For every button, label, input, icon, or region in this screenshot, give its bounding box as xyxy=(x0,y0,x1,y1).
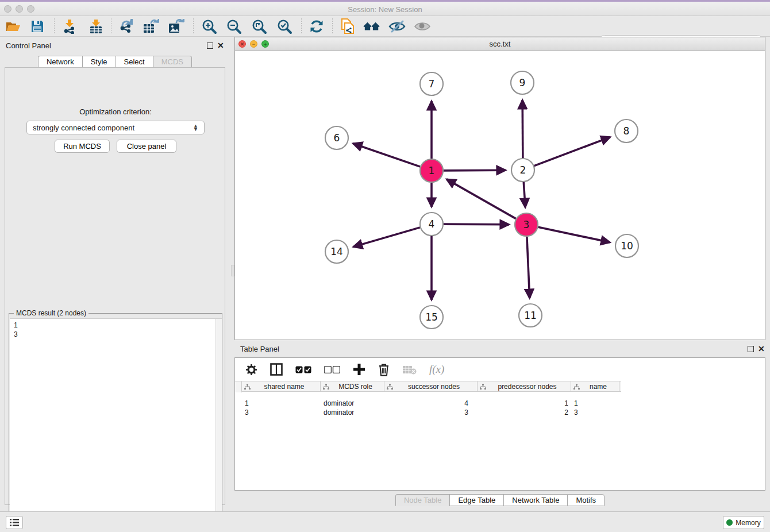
network-node-1[interactable]: 1 xyxy=(420,159,443,182)
hierarchy-icon xyxy=(244,384,251,390)
column-header-name[interactable]: name xyxy=(571,381,619,391)
column-header-MCDS-role[interactable]: MCDS role xyxy=(321,381,384,391)
memory-button[interactable]: Memory xyxy=(723,516,764,529)
tab-node-table[interactable]: Node Table xyxy=(395,494,450,506)
column-header-shared-name[interactable]: shared name xyxy=(242,381,321,391)
svg-text:3: 3 xyxy=(523,219,530,230)
network-node-7[interactable]: 7 xyxy=(420,72,443,95)
function-builder-icon[interactable]: f(x) xyxy=(429,363,444,376)
table-cell[interactable]: 3 xyxy=(242,408,321,418)
export-table-icon[interactable] xyxy=(143,18,160,35)
table-panel: Table Panel ✕ xyxy=(234,342,765,511)
table-cell[interactable]: 1 xyxy=(242,399,321,408)
table-cell[interactable]: 2 xyxy=(478,408,571,418)
network-edge-2-3[interactable] xyxy=(523,182,525,207)
add-column-icon[interactable] xyxy=(353,363,365,376)
network-node-4[interactable]: 4 xyxy=(420,213,443,236)
mcds-result-list: 13 xyxy=(10,318,222,527)
zoom-out-icon[interactable] xyxy=(225,18,242,35)
tab-select[interactable]: Select xyxy=(116,56,153,68)
toolbar-separator xyxy=(193,18,194,34)
network-edge-2-8[interactable] xyxy=(534,137,610,166)
clone-network-icon[interactable] xyxy=(339,18,356,35)
tab-mcds[interactable]: MCDS xyxy=(153,56,192,68)
toolbar-separator xyxy=(111,18,111,34)
table-cell[interactable]: dominator xyxy=(321,399,384,408)
table-cell[interactable]: 4 xyxy=(384,399,478,408)
network-edge-3-11[interactable] xyxy=(527,237,530,298)
table-cell[interactable]: 3 xyxy=(571,408,619,418)
open-session-icon[interactable] xyxy=(5,18,22,35)
columns-icon[interactable] xyxy=(270,363,283,376)
tab-edge-table[interactable]: Edge Table xyxy=(449,494,503,506)
network-edge-1-6[interactable] xyxy=(353,144,420,167)
close-panel-icon[interactable]: ✕ xyxy=(758,344,765,353)
import-network-icon[interactable] xyxy=(61,18,78,35)
column-header-successor-nodes[interactable]: successor nodes xyxy=(384,381,478,391)
network-node-3[interactable]: 3 xyxy=(515,213,538,236)
toolbar-separator xyxy=(54,18,55,34)
table-cell[interactable]: 1 xyxy=(478,399,571,408)
export-network-icon[interactable] xyxy=(118,18,135,35)
table-row[interactable]: 3dominator323 xyxy=(235,408,765,418)
select-all-checkboxes-icon[interactable] xyxy=(295,366,311,373)
home-neighbors-icon[interactable] xyxy=(363,18,380,35)
run-mcds-button[interactable]: Run MCDS xyxy=(55,140,110,153)
table-row[interactable]: 1dominator411 xyxy=(235,399,765,408)
export-image-icon[interactable] xyxy=(168,18,185,35)
network-node-6[interactable]: 6 xyxy=(325,126,348,149)
hide-eye-icon[interactable] xyxy=(388,18,406,35)
network-edge-4-14[interactable] xyxy=(353,228,420,247)
hierarchy-icon xyxy=(480,384,486,390)
network-node-8[interactable]: 8 xyxy=(615,119,638,142)
splitter-handle[interactable] xyxy=(231,265,234,276)
network-window-titlebar[interactable]: ✕ − ＋ scc.txt xyxy=(235,37,765,51)
close-panel-icon[interactable]: ✕ xyxy=(217,41,224,50)
table-cell[interactable]: 3 xyxy=(384,408,478,418)
network-node-14[interactable]: 14 xyxy=(325,240,348,263)
task-history-button[interactable] xyxy=(6,516,23,529)
tab-network-table[interactable]: Network Table xyxy=(503,494,567,506)
zoom-fit-icon[interactable] xyxy=(251,18,268,35)
network-edge-2-9[interactable] xyxy=(522,100,523,158)
control-panel-header: Control Panel ✕ xyxy=(0,38,230,53)
network-node-9[interactable]: 9 xyxy=(511,71,534,94)
deselect-all-checkboxes-icon[interactable] xyxy=(324,366,340,373)
save-session-icon[interactable] xyxy=(29,18,46,35)
criterion-select[interactable]: strongly connected component ▲▼ xyxy=(26,121,205,134)
zoom-selected-icon[interactable] xyxy=(276,18,293,35)
network-node-15[interactable]: 15 xyxy=(420,306,443,329)
column-header-predecessor-nodes[interactable]: predecessor nodes xyxy=(478,381,571,391)
refresh-layout-icon[interactable] xyxy=(308,18,325,35)
network-edge-3-1[interactable] xyxy=(446,179,516,219)
table-gutter xyxy=(235,381,242,392)
close-panel-button[interactable]: Close panel xyxy=(117,140,176,153)
float-panel-icon[interactable] xyxy=(207,43,213,49)
delete-table-icon[interactable] xyxy=(402,365,417,375)
tab-network[interactable]: Network xyxy=(38,56,82,68)
tab-motifs[interactable]: Motifs xyxy=(567,494,605,506)
zoom-in-icon[interactable] xyxy=(201,18,218,35)
network-node-2[interactable]: 2 xyxy=(511,159,534,182)
gear-icon[interactable] xyxy=(245,364,257,376)
network-edge-4-3[interactable] xyxy=(444,224,509,225)
network-node-10[interactable]: 10 xyxy=(615,234,638,257)
table-header-row: shared nameMCDS rolesuccessor nodesprede… xyxy=(235,381,621,392)
svg-text:1: 1 xyxy=(429,165,435,176)
result-scrollbar[interactable] xyxy=(215,319,222,528)
network-edge-1-2[interactable] xyxy=(444,170,506,171)
tab-style[interactable]: Style xyxy=(82,56,116,68)
show-eye-icon[interactable] xyxy=(414,18,431,35)
float-panel-icon[interactable] xyxy=(748,346,754,352)
mcds-result-title: MCDS result (2 nodes) xyxy=(14,309,88,317)
network-edge-3-10[interactable] xyxy=(538,227,610,242)
optimization-criterion-label: Optimization criterion: xyxy=(5,107,226,116)
table-cell[interactable]: dominator xyxy=(321,408,384,418)
network-node-11[interactable]: 11 xyxy=(519,304,542,327)
window-titlebar[interactable]: Session: New Session xyxy=(0,2,770,16)
table-cell[interactable]: 1 xyxy=(571,399,619,408)
delete-column-icon[interactable] xyxy=(378,363,390,376)
import-table-icon[interactable] xyxy=(87,18,105,35)
toolbar-separator xyxy=(301,18,302,34)
network-canvas[interactable]: 7968124314101511 xyxy=(235,51,765,340)
